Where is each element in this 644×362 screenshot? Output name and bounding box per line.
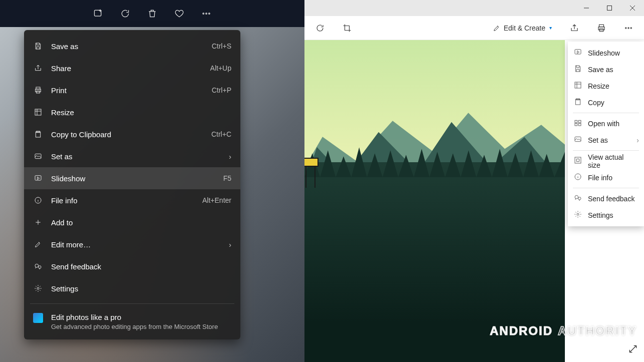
svg-point-22 xyxy=(630,27,631,28)
light-menu-settings[interactable]: Settings xyxy=(568,207,644,223)
dark-toolbar xyxy=(0,0,304,27)
svg-point-35 xyxy=(578,197,581,200)
dark-menu-label: File info xyxy=(51,196,202,205)
svg-point-21 xyxy=(628,27,629,28)
svg-point-2 xyxy=(206,13,207,15)
fileinfo-icon xyxy=(33,195,43,205)
light-menu-label: Send feedback xyxy=(588,195,634,203)
minimize-button[interactable] xyxy=(575,0,598,16)
setas-icon xyxy=(574,135,582,145)
chevron-down-icon: ▾ xyxy=(549,25,552,31)
chevron-right-icon: › xyxy=(229,240,231,249)
svg-point-34 xyxy=(575,195,578,199)
dark-menu-share[interactable]: ShareAlt+Up xyxy=(24,57,240,79)
light-menu-label: Save as xyxy=(588,66,613,74)
dark-menu-setas[interactable]: Set as› xyxy=(24,145,240,167)
rotate-icon[interactable] xyxy=(311,21,329,36)
openwith-icon xyxy=(574,119,582,128)
svg-rect-32 xyxy=(575,157,581,163)
dark-menu-clipboard[interactable]: Copy to ClipboardCtrl+C xyxy=(24,123,240,145)
light-menu-label: Resize xyxy=(588,82,609,90)
light-menu-label: Set as xyxy=(588,136,608,144)
heart-icon[interactable] xyxy=(173,8,185,20)
rotate-icon[interactable] xyxy=(119,8,131,20)
light-menu-save[interactable]: Save as xyxy=(568,61,644,78)
watermark: ANDROID AUTHORITY xyxy=(490,324,637,338)
light-menu-slideshow[interactable]: Slideshow xyxy=(568,45,644,61)
close-button[interactable] xyxy=(621,0,644,16)
light-context-menu: SlideshowSave asResizeCopyOpen withSet a… xyxy=(568,42,644,226)
print-icon[interactable] xyxy=(593,21,610,36)
fullscreen-icon[interactable] xyxy=(628,344,638,356)
light-menu-label: Settings xyxy=(588,211,613,219)
light-menu-openwith[interactable]: Open with xyxy=(568,115,644,132)
svg-point-20 xyxy=(625,27,626,28)
dark-menu-resize[interactable]: Resize xyxy=(24,101,240,123)
trash-icon[interactable] xyxy=(146,8,158,20)
dark-menu-editmore[interactable]: Edit more…› xyxy=(24,233,240,255)
crop-icon[interactable] xyxy=(339,21,356,36)
svg-rect-16 xyxy=(607,6,612,11)
dark-menu-addto[interactable]: Add to xyxy=(24,211,240,233)
left-window: Save asCtrl+SShareAlt+UpPrintCtrl+PResiz… xyxy=(0,0,304,362)
light-menu-label: Slideshow xyxy=(588,49,620,57)
dark-menu-shortcut: Alt+Up xyxy=(210,64,231,72)
right-window: Edit & Create ▾ ANDROID AUTHORITY xyxy=(304,0,644,362)
slideshow-icon xyxy=(574,48,582,58)
dark-menu-shortcut: Ctrl+S xyxy=(212,42,231,50)
light-menu-resize[interactable]: Resize xyxy=(568,78,644,94)
dark-menu-label: Settings xyxy=(51,284,231,293)
dark-menu-fileinfo[interactable]: File infoAlt+Enter xyxy=(24,189,240,211)
light-menu-viewactual[interactable]: View actual size xyxy=(568,153,644,169)
dark-menu-save[interactable]: Save asCtrl+S xyxy=(24,35,240,57)
clipboard-icon xyxy=(33,129,43,139)
dark-menu-label: Print xyxy=(51,86,212,95)
dark-menu-feedback[interactable]: Send feedback xyxy=(24,255,240,277)
save-icon xyxy=(574,65,582,74)
watermark-a: ANDROID xyxy=(490,324,553,338)
dark-menu-shortcut: Alt+Enter xyxy=(202,196,231,204)
edit-create-button[interactable]: Edit & Create ▾ xyxy=(489,21,556,35)
store-icon xyxy=(33,313,43,323)
light-menu-feedback[interactable]: Send feedback xyxy=(568,190,644,207)
clipboard-icon xyxy=(574,98,582,107)
dark-menu-label: Copy to Clipboard xyxy=(51,130,211,139)
print-icon xyxy=(33,85,43,95)
light-menu-label: View actual size xyxy=(588,153,638,169)
light-menu-setas[interactable]: Set as› xyxy=(568,132,644,148)
watermark-b: AUTHORITY xyxy=(558,324,637,338)
resize-icon xyxy=(33,107,43,117)
dark-menu-shortcut: Ctrl+C xyxy=(211,130,231,138)
chevron-right-icon: › xyxy=(229,152,231,161)
light-menu-fileinfo[interactable]: File info xyxy=(568,169,644,186)
promo-title: Edit photos like a pro xyxy=(51,313,218,321)
editmore-icon xyxy=(33,239,43,249)
image-plus-icon[interactable] xyxy=(92,8,104,20)
promo-edit-like-pro[interactable]: Edit photos like a proGet advanced photo… xyxy=(24,308,240,332)
maximize-button[interactable] xyxy=(598,0,621,16)
dark-menu-print[interactable]: PrintCtrl+P xyxy=(24,79,240,101)
more-icon[interactable] xyxy=(620,21,637,36)
settings-icon xyxy=(574,210,582,220)
viewactual-icon xyxy=(574,156,582,166)
svg-point-15 xyxy=(37,287,39,289)
edit-create-label: Edit & Create xyxy=(504,24,545,32)
save-icon xyxy=(33,41,43,51)
window-titlebar xyxy=(304,0,644,16)
share-icon[interactable] xyxy=(566,21,583,36)
more-icon[interactable] xyxy=(200,8,212,20)
svg-rect-24 xyxy=(575,82,581,88)
landscape-image xyxy=(304,40,565,362)
svg-point-1 xyxy=(203,13,204,15)
feedback-icon xyxy=(574,194,582,203)
slideshow-icon xyxy=(33,173,43,183)
light-menu-clipboard[interactable]: Copy xyxy=(568,94,644,111)
dark-menu-label: Edit more… xyxy=(51,240,229,249)
dark-menu-label: Share xyxy=(51,64,210,73)
setas-icon xyxy=(33,151,43,161)
light-menu-label: File info xyxy=(588,174,612,182)
dark-menu-slideshow[interactable]: SlideshowF5 xyxy=(24,167,240,189)
dark-menu-label: Add to xyxy=(51,218,231,227)
dark-menu-settings[interactable]: Settings xyxy=(24,277,240,299)
svg-rect-29 xyxy=(575,123,577,126)
